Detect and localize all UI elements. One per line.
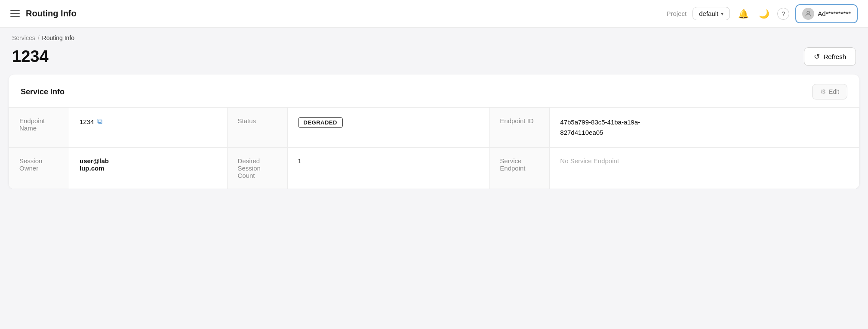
- session-owner-value: user@lablup.com: [69, 148, 228, 189]
- breadcrumb: Services / Routing Info: [0, 28, 868, 41]
- nav-right: Project default ▾ 🔔 🌙 ? Ad**********: [667, 4, 858, 23]
- status-badge: DEGRADED: [298, 117, 343, 128]
- status-value: DEGRADED: [287, 108, 489, 148]
- desired-session-value: 1: [287, 148, 489, 189]
- table-row: EndpointName 1234 ⧉ Status DEGRADED Endp…: [9, 108, 859, 148]
- user-button[interactable]: Ad**********: [795, 4, 858, 23]
- breadcrumb-parent[interactable]: Services: [12, 34, 35, 41]
- endpoint-name-value: 1234 ⧉: [69, 108, 228, 148]
- nav-title: Routing Info: [26, 9, 77, 19]
- bell-icon[interactable]: 🔔: [736, 6, 751, 21]
- hamburger-menu[interactable]: [10, 10, 20, 17]
- top-navbar: Routing Info Project default ▾ 🔔 🌙 ? Ad*…: [0, 0, 868, 28]
- edit-label: Edit: [829, 88, 839, 95]
- page-header: 1234 ↺ Refresh: [0, 41, 868, 74]
- moon-icon[interactable]: 🌙: [757, 6, 771, 21]
- project-value: default: [699, 10, 718, 17]
- nav-left: Routing Info: [10, 9, 660, 19]
- service-info-table: EndpointName 1234 ⧉ Status DEGRADED Endp…: [9, 107, 859, 189]
- card-title: Service Info: [21, 87, 65, 96]
- refresh-label: Refresh: [823, 53, 846, 60]
- endpoint-name-label: EndpointName: [9, 108, 69, 148]
- refresh-icon: ↺: [814, 52, 820, 61]
- endpoint-name-text: 1234: [80, 118, 94, 125]
- session-owner-label: SessionOwner: [9, 148, 69, 189]
- project-selector[interactable]: default ▾: [693, 7, 730, 20]
- desired-session-label: DesiredSession Count: [227, 148, 287, 189]
- help-icon[interactable]: ?: [777, 8, 789, 20]
- page-title: 1234: [12, 47, 49, 66]
- breadcrumb-current: Routing Info: [42, 34, 75, 41]
- gear-icon: ⚙: [820, 88, 826, 96]
- chevron-down-icon: ▾: [721, 11, 723, 17]
- card-header: Service Info ⚙ Edit: [9, 74, 859, 107]
- breadcrumb-separator: /: [38, 34, 40, 41]
- endpoint-id-label: Endpoint ID: [489, 108, 550, 148]
- table-row: SessionOwner user@lablup.com DesiredSess…: [9, 148, 859, 189]
- user-label: Ad**********: [818, 10, 851, 17]
- endpoint-id-value: 47b5a799-83c5-41ba-a19a-827d4110ea05: [550, 108, 859, 148]
- edit-button[interactable]: ⚙ Edit: [812, 84, 847, 99]
- avatar: [802, 8, 814, 20]
- service-endpoint-value: No Service Endpoint: [550, 148, 859, 189]
- service-info-card: Service Info ⚙ Edit EndpointName 1234 ⧉ …: [9, 74, 859, 189]
- status-label: Status: [227, 108, 287, 148]
- service-endpoint-label: ServiceEndpoint: [489, 148, 550, 189]
- svg-point-0: [807, 11, 810, 14]
- refresh-button[interactable]: ↺ Refresh: [804, 47, 856, 66]
- copy-icon[interactable]: ⧉: [97, 117, 102, 126]
- project-label: Project: [667, 10, 687, 17]
